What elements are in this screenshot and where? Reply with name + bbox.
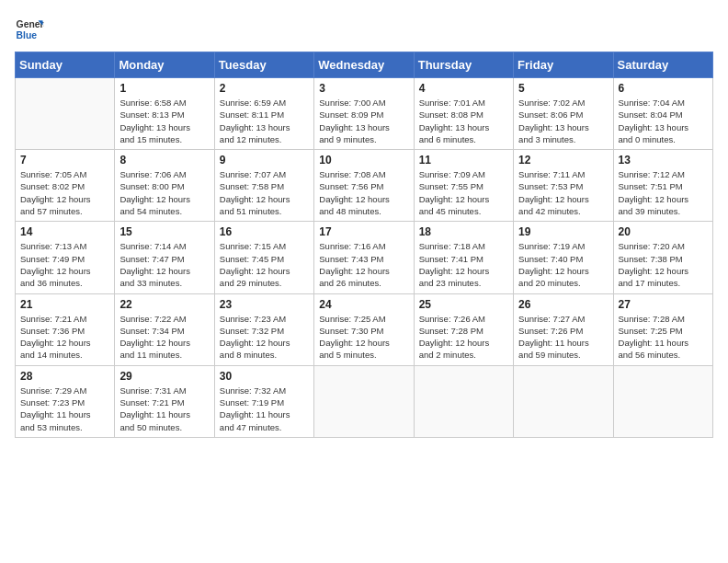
logo-icon: General Blue bbox=[15, 15, 44, 44]
day-info: Sunrise: 6:59 AM Sunset: 8:11 PM Dayligh… bbox=[220, 97, 309, 145]
day-number: 15 bbox=[119, 225, 209, 238]
calendar-day-cell bbox=[613, 365, 712, 437]
calendar-day-cell: 24Sunrise: 7:25 AM Sunset: 7:30 PM Dayli… bbox=[314, 293, 414, 365]
weekday-header-sunday: Sunday bbox=[16, 52, 115, 78]
calendar-day-cell: 7Sunrise: 7:05 AM Sunset: 8:02 PM Daylig… bbox=[16, 150, 115, 222]
day-number: 11 bbox=[419, 154, 508, 167]
calendar-week-row: 28Sunrise: 7:29 AM Sunset: 7:23 PM Dayli… bbox=[16, 365, 713, 437]
day-number: 23 bbox=[220, 298, 309, 311]
day-info: Sunrise: 7:19 AM Sunset: 7:40 PM Dayligh… bbox=[518, 240, 608, 289]
calendar-day-cell bbox=[16, 78, 115, 150]
day-number: 1 bbox=[119, 82, 209, 95]
day-info: Sunrise: 7:15 AM Sunset: 7:45 PM Dayligh… bbox=[220, 240, 309, 289]
weekday-header-saturday: Saturday bbox=[613, 52, 712, 78]
calendar-day-cell: 25Sunrise: 7:26 AM Sunset: 7:28 PM Dayli… bbox=[414, 293, 513, 365]
day-number: 27 bbox=[619, 298, 708, 311]
calendar-day-cell: 23Sunrise: 7:23 AM Sunset: 7:32 PM Dayli… bbox=[214, 293, 313, 365]
day-info: Sunrise: 7:04 AM Sunset: 8:04 PM Dayligh… bbox=[619, 97, 708, 145]
weekday-header-tuesday: Tuesday bbox=[214, 52, 313, 78]
day-number: 16 bbox=[220, 225, 309, 238]
day-info: Sunrise: 7:21 AM Sunset: 7:36 PM Dayligh… bbox=[20, 313, 109, 362]
day-info: Sunrise: 7:23 AM Sunset: 7:32 PM Dayligh… bbox=[220, 313, 309, 362]
day-info: Sunrise: 7:32 AM Sunset: 7:19 PM Dayligh… bbox=[220, 385, 309, 433]
calendar-day-cell: 12Sunrise: 7:11 AM Sunset: 7:53 PM Dayli… bbox=[514, 150, 613, 222]
day-number: 3 bbox=[319, 82, 408, 95]
calendar-week-row: 7Sunrise: 7:05 AM Sunset: 8:02 PM Daylig… bbox=[16, 150, 713, 222]
calendar-day-cell: 8Sunrise: 7:06 AM Sunset: 8:00 PM Daylig… bbox=[115, 150, 214, 222]
calendar-day-cell: 26Sunrise: 7:27 AM Sunset: 7:26 PM Dayli… bbox=[514, 293, 613, 365]
day-number: 25 bbox=[419, 298, 508, 311]
day-info: Sunrise: 7:14 AM Sunset: 7:47 PM Dayligh… bbox=[119, 240, 209, 289]
calendar-day-cell: 16Sunrise: 7:15 AM Sunset: 7:45 PM Dayli… bbox=[214, 222, 313, 293]
calendar-day-cell bbox=[414, 365, 513, 437]
day-info: Sunrise: 7:29 AM Sunset: 7:23 PM Dayligh… bbox=[20, 385, 109, 433]
day-number: 10 bbox=[319, 154, 408, 167]
day-info: Sunrise: 7:22 AM Sunset: 7:34 PM Dayligh… bbox=[119, 313, 209, 362]
day-number: 2 bbox=[220, 82, 309, 95]
day-number: 18 bbox=[419, 225, 508, 238]
day-info: Sunrise: 7:00 AM Sunset: 8:09 PM Dayligh… bbox=[319, 97, 408, 145]
weekday-header-monday: Monday bbox=[115, 52, 214, 78]
day-info: Sunrise: 7:12 AM Sunset: 7:51 PM Dayligh… bbox=[619, 168, 708, 217]
calendar-day-cell: 21Sunrise: 7:21 AM Sunset: 7:36 PM Dayli… bbox=[16, 293, 115, 365]
calendar-week-row: 21Sunrise: 7:21 AM Sunset: 7:36 PM Dayli… bbox=[16, 293, 713, 365]
day-info: Sunrise: 6:58 AM Sunset: 8:13 PM Dayligh… bbox=[119, 97, 209, 145]
calendar-table: SundayMondayTuesdayWednesdayThursdayFrid… bbox=[15, 52, 713, 438]
calendar-day-cell: 22Sunrise: 7:22 AM Sunset: 7:34 PM Dayli… bbox=[115, 293, 214, 365]
calendar-day-cell: 6Sunrise: 7:04 AM Sunset: 8:04 PM Daylig… bbox=[613, 78, 712, 150]
day-info: Sunrise: 7:07 AM Sunset: 7:58 PM Dayligh… bbox=[220, 168, 309, 217]
calendar-day-cell bbox=[314, 365, 414, 437]
day-info: Sunrise: 7:01 AM Sunset: 8:08 PM Dayligh… bbox=[419, 97, 508, 145]
day-number: 6 bbox=[619, 82, 708, 95]
day-info: Sunrise: 7:09 AM Sunset: 7:55 PM Dayligh… bbox=[419, 168, 508, 217]
calendar-day-cell: 29Sunrise: 7:31 AM Sunset: 7:21 PM Dayli… bbox=[115, 365, 214, 437]
day-info: Sunrise: 7:11 AM Sunset: 7:53 PM Dayligh… bbox=[518, 168, 608, 217]
day-number: 14 bbox=[20, 225, 109, 238]
day-info: Sunrise: 7:20 AM Sunset: 7:38 PM Dayligh… bbox=[619, 240, 708, 289]
calendar-day-cell: 9Sunrise: 7:07 AM Sunset: 7:58 PM Daylig… bbox=[214, 150, 313, 222]
calendar-day-cell: 18Sunrise: 7:18 AM Sunset: 7:41 PM Dayli… bbox=[414, 222, 513, 293]
day-number: 12 bbox=[518, 154, 608, 167]
day-number: 29 bbox=[119, 370, 209, 383]
weekday-header-wednesday: Wednesday bbox=[314, 52, 414, 78]
day-number: 8 bbox=[119, 154, 209, 167]
calendar-day-cell: 30Sunrise: 7:32 AM Sunset: 7:19 PM Dayli… bbox=[214, 365, 313, 437]
day-info: Sunrise: 7:28 AM Sunset: 7:25 PM Dayligh… bbox=[619, 313, 708, 362]
calendar-day-cell: 19Sunrise: 7:19 AM Sunset: 7:40 PM Dayli… bbox=[514, 222, 613, 293]
day-info: Sunrise: 7:02 AM Sunset: 8:06 PM Dayligh… bbox=[518, 97, 608, 145]
day-number: 20 bbox=[619, 225, 708, 238]
calendar-week-row: 1Sunrise: 6:58 AM Sunset: 8:13 PM Daylig… bbox=[16, 78, 713, 150]
calendar-day-cell: 20Sunrise: 7:20 AM Sunset: 7:38 PM Dayli… bbox=[613, 222, 712, 293]
weekday-header-thursday: Thursday bbox=[414, 52, 513, 78]
day-number: 28 bbox=[20, 370, 109, 383]
calendar-day-cell: 13Sunrise: 7:12 AM Sunset: 7:51 PM Dayli… bbox=[613, 150, 712, 222]
day-number: 24 bbox=[319, 298, 408, 311]
calendar-day-cell: 2Sunrise: 6:59 AM Sunset: 8:11 PM Daylig… bbox=[214, 78, 313, 150]
weekday-header-friday: Friday bbox=[514, 52, 613, 78]
day-number: 22 bbox=[119, 298, 209, 311]
day-number: 7 bbox=[20, 154, 109, 167]
page-header: General Blue bbox=[15, 15, 713, 44]
day-info: Sunrise: 7:26 AM Sunset: 7:28 PM Dayligh… bbox=[419, 313, 508, 362]
calendar-day-cell: 17Sunrise: 7:16 AM Sunset: 7:43 PM Dayli… bbox=[314, 222, 414, 293]
day-info: Sunrise: 7:06 AM Sunset: 8:00 PM Dayligh… bbox=[119, 168, 209, 217]
calendar-day-cell: 27Sunrise: 7:28 AM Sunset: 7:25 PM Dayli… bbox=[613, 293, 712, 365]
day-number: 21 bbox=[20, 298, 109, 311]
calendar-day-cell: 4Sunrise: 7:01 AM Sunset: 8:08 PM Daylig… bbox=[414, 78, 513, 150]
calendar-day-cell bbox=[514, 365, 613, 437]
day-number: 9 bbox=[220, 154, 309, 167]
calendar-day-cell: 15Sunrise: 7:14 AM Sunset: 7:47 PM Dayli… bbox=[115, 222, 214, 293]
calendar-day-cell: 5Sunrise: 7:02 AM Sunset: 8:06 PM Daylig… bbox=[514, 78, 613, 150]
calendar-day-cell: 28Sunrise: 7:29 AM Sunset: 7:23 PM Dayli… bbox=[16, 365, 115, 437]
day-info: Sunrise: 7:08 AM Sunset: 7:56 PM Dayligh… bbox=[319, 168, 408, 217]
calendar-week-row: 14Sunrise: 7:13 AM Sunset: 7:49 PM Dayli… bbox=[16, 222, 713, 293]
day-info: Sunrise: 7:16 AM Sunset: 7:43 PM Dayligh… bbox=[319, 240, 408, 289]
calendar-day-cell: 1Sunrise: 6:58 AM Sunset: 8:13 PM Daylig… bbox=[115, 78, 214, 150]
day-info: Sunrise: 7:05 AM Sunset: 8:02 PM Dayligh… bbox=[20, 168, 109, 217]
day-info: Sunrise: 7:18 AM Sunset: 7:41 PM Dayligh… bbox=[419, 240, 508, 289]
day-number: 30 bbox=[220, 370, 309, 383]
day-number: 13 bbox=[619, 154, 708, 167]
calendar-day-cell: 11Sunrise: 7:09 AM Sunset: 7:55 PM Dayli… bbox=[414, 150, 513, 222]
day-number: 17 bbox=[319, 225, 408, 238]
day-info: Sunrise: 7:13 AM Sunset: 7:49 PM Dayligh… bbox=[20, 240, 109, 289]
